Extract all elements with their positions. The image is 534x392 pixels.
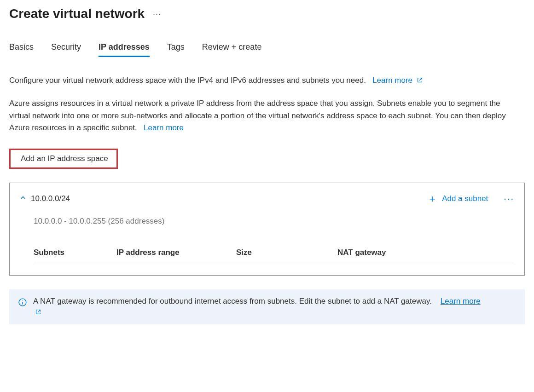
header-more-icon[interactable]: ··· [153, 9, 161, 19]
add-subnet-label: Add a subnet [442, 194, 488, 203]
ip-space-more-icon[interactable]: ··· [504, 193, 514, 204]
description-1: Configure your virtual network address s… [9, 75, 516, 86]
svg-point-2 [22, 300, 23, 301]
col-size: Size [236, 248, 337, 257]
info-icon [18, 298, 27, 306]
plus-icon: ＋ [427, 194, 437, 204]
info-banner-content: A NAT gateway is recommended for outboun… [33, 297, 481, 317]
add-ip-address-space-button[interactable]: Add an IP address space [9, 149, 118, 169]
info-banner-text: A NAT gateway is recommended for outboun… [33, 297, 432, 306]
learn-more-link-2[interactable]: Learn more [144, 123, 184, 132]
col-ip-range: IP address range [116, 248, 236, 257]
ip-address-space-card: 10.0.0.0/24 ＋ Add a subnet ··· 10.0.0.0 … [9, 183, 525, 276]
col-subnets: Subnets [34, 248, 116, 257]
col-nat-gateway: NAT gateway [337, 248, 514, 257]
info-banner-link-label: Learn more [441, 297, 481, 306]
description-2-text: Azure assigns resources in a virtual net… [9, 99, 506, 132]
subnet-table-header: Subnets IP address range Size NAT gatewa… [34, 248, 514, 262]
description-2: Azure assigns resources in a virtual net… [9, 98, 516, 134]
ip-cidr-text: 10.0.0.0/24 [31, 194, 423, 203]
nat-gateway-info-banner: A NAT gateway is recommended for outboun… [9, 289, 525, 324]
ip-range-text: 10.0.0.0 - 10.0.0.255 (256 addresses) [34, 217, 514, 226]
tab-ip-addresses[interactable]: IP addresses [99, 42, 150, 57]
external-link-icon [35, 309, 41, 315]
learn-more-link-1-label: Learn more [372, 76, 412, 85]
page-title: Create virtual network [9, 6, 145, 21]
external-link-icon [417, 77, 423, 83]
learn-more-link-1[interactable]: Learn more [372, 76, 423, 85]
tab-security[interactable]: Security [51, 42, 81, 57]
tab-review-create[interactable]: Review + create [202, 42, 262, 57]
tab-tags[interactable]: Tags [167, 42, 185, 57]
tab-bar: Basics Security IP addresses Tags Review… [9, 42, 525, 57]
tab-basics[interactable]: Basics [9, 42, 34, 57]
chevron-up-icon[interactable] [20, 195, 26, 203]
description-1-text: Configure your virtual network address s… [9, 76, 366, 85]
info-banner-learn-more-link[interactable]: Learn more [441, 297, 481, 306]
add-subnet-button[interactable]: ＋ Add a subnet [427, 194, 488, 204]
